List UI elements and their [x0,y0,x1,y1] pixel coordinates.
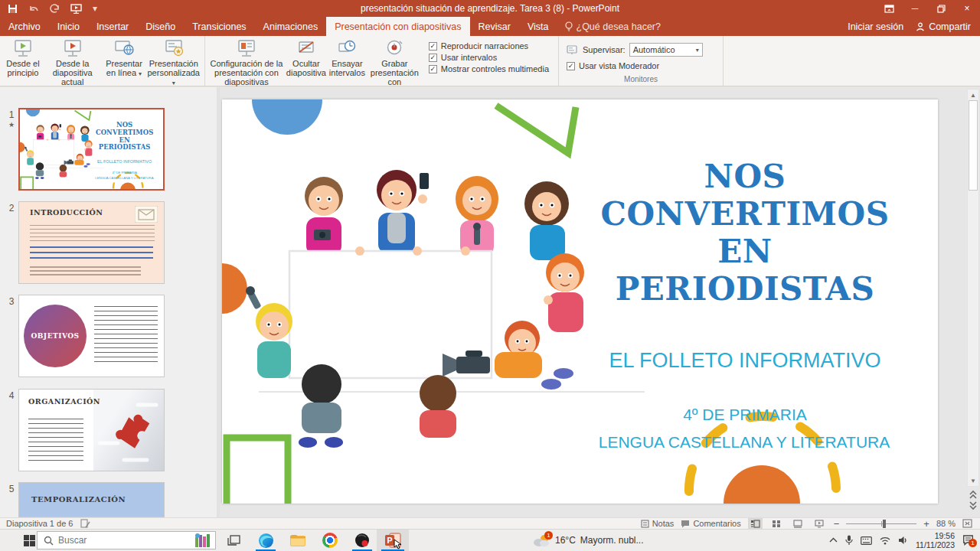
configuracion-presentacion-button[interactable]: Configuración de la presentación con dia… [210,38,283,86]
play-from-current-icon [63,38,83,58]
microphone-icon[interactable] [845,535,853,546]
tab-transiciones[interactable]: Transiciones [184,17,254,36]
status-bar: Diapositiva 1 de 6 Notas Comentarios − +… [0,517,980,529]
checkbox-checked-icon: ✓ [567,62,575,70]
save-button[interactable] [8,4,18,14]
scrollbar-thumb[interactable] [969,100,978,191]
weather-widget[interactable]: 1 16°C Mayorm. nubl... [532,530,644,551]
zoom-out-button[interactable]: − [834,518,840,530]
restore-button[interactable] [928,0,954,17]
undo-button[interactable] [28,4,39,13]
customize-qat-dropdown[interactable]: ▾ [93,3,97,14]
ocultar-diapositiva-button[interactable]: Ocultar diapositiva [286,38,326,77]
network-icon[interactable] [880,536,890,545]
start-slideshow-button[interactable] [70,4,82,14]
fit-slide-to-window-button[interactable] [962,519,972,528]
zoom-percentage[interactable]: 88 % [936,519,956,528]
scrollbar-track[interactable] [968,100,978,475]
desde-la-diapositiva-actual-button[interactable]: Desde la diapositiva actual [44,38,101,86]
vertical-scrollbar[interactable]: ▲ ▼ [967,89,979,487]
checkbox-checked-icon: ✓ [429,65,437,73]
chrome-icon[interactable] [315,530,345,551]
volume-icon[interactable] [898,536,908,545]
comments-toggle-button[interactable]: Comentarios [681,519,740,528]
close-button[interactable]: × [954,0,980,17]
play-from-start-icon [13,38,33,58]
thumbnail-slide-1[interactable]: NOS CONVERTIMOS EN PERIODISTAS EL FOLLET… [18,108,165,191]
thumbnail-slide-4[interactable]: ORGANIZACIÓN [18,389,165,471]
desde-el-principio-button[interactable]: Desde el principio [5,38,41,77]
usar-vista-moderador-checkbox[interactable]: ✓Usar vista Moderador [567,61,703,70]
monitor-select[interactable]: Automático▾ [629,43,703,57]
slide-title-text[interactable]: NOS CONVERTIMOS EN PERIODISTAS [599,158,891,308]
puzzle-photo [93,390,164,471]
ensayar-intervalos-button[interactable]: Ensayar intervalos [329,38,365,77]
tab-inicio[interactable]: Inicio [49,17,88,36]
notes-toggle-button[interactable]: Notas [641,519,675,528]
usar-intervalos-checkbox[interactable]: ✓Usar intervalos [429,53,549,62]
mini-slide-subtitle: EL FOLLETO INFORMATIVO [95,159,153,164]
next-slide-button[interactable] [969,501,978,510]
redo-button[interactable] [50,4,60,13]
minimize-button[interactable]: ─ [902,0,928,17]
dropdown-caret: ▾ [139,70,142,77]
group-label: Monitores [559,74,723,86]
reproducir-narraciones-checkbox[interactable]: ✓Reproducir narraciones [429,41,549,51]
edge-icon[interactable] [251,530,280,551]
touch-keyboard-icon[interactable] [861,536,872,545]
library-books-icon[interactable] [190,530,216,551]
checkbox-checked-icon: ✓ [429,42,437,51]
media-app-icon[interactable] [348,530,377,551]
ribbon-display-options-button[interactable] [876,0,902,17]
thumbnail-slide-3[interactable]: OBJETIVOS [18,295,165,377]
zoom-slider[interactable] [846,518,916,530]
share-button[interactable]: Compartir [916,21,971,32]
current-slide[interactable]: NOS CONVERTIMOS EN PERIODISTAS EL FOLLET… [222,99,938,504]
clock[interactable]: 19:56 11/11/2023 [916,531,955,549]
tab-insertar[interactable]: Insertar [88,17,137,36]
scroll-down-arrow[interactable]: ▼ [968,475,978,486]
slide-subtitle-text[interactable]: EL FOLLETO INFORMATIVO [599,349,891,373]
record-slideshow-icon [385,38,403,58]
thumb2-title: INTRODUCCIÓN [30,208,103,217]
presentar-en-linea-button[interactable]: Presentar en línea ▾ [103,38,144,79]
slide-canvas: NOS CONVERTIMOS EN PERIODISTAS EL FOLLET… [220,87,980,517]
reading-view-button[interactable] [791,518,805,530]
slideshow-view-button[interactable] [812,518,827,530]
slide-sorter-view-button[interactable] [769,518,784,530]
previous-slide-button[interactable] [969,490,978,499]
hidden-icons-chevron[interactable] [829,537,838,543]
slide-subject-text[interactable]: LENGUA CASTELLANA Y LITERATURA [583,433,905,452]
tab-animaciones[interactable]: Animaciones [255,17,327,36]
rehearse-timings-icon [338,38,356,58]
thumbnail-slide-2[interactable]: INTRODUCCIÓN [18,201,165,284]
taskbar-search[interactable] [37,531,216,549]
notes-pen-icon[interactable] [80,519,90,528]
tab-archivo[interactable]: Archivo [0,17,49,36]
search-input[interactable] [58,535,181,546]
group-iniciar-presentacion: Desde el principio Desde la diapositiva … [0,36,205,86]
hide-slide-icon [297,38,315,58]
tab-vista[interactable]: Vista [519,17,557,36]
thumbnail-slide-5[interactable]: TEMPORALIZACIÓN [18,482,165,517]
tray-time: 19:56 [916,531,955,540]
zoom-in-button[interactable]: + [923,518,929,530]
zoom-slider-thumb[interactable] [883,520,886,528]
powerpoint-taskbar-icon[interactable]: P [377,530,409,551]
mostrar-controles-multimedia-checkbox[interactable]: ✓Mostrar controles multimedia [429,64,549,73]
task-view-button[interactable] [220,530,247,551]
tab-presentacion-con-diapositivas[interactable]: Presentación con diapositivas [326,17,469,36]
start-button[interactable] [21,530,37,551]
tell-me-box[interactable]: ¿Qué desea hacer? [557,17,669,36]
tab-revisar[interactable]: Revisar [470,17,519,36]
scroll-up-arrow[interactable]: ▲ [968,90,978,100]
tab-diseno[interactable]: Diseño [137,17,184,36]
sign-in-button[interactable]: Iniciar sesión [848,21,903,32]
dropdown-caret: ▾ [172,80,175,86]
normal-view-button[interactable] [748,518,763,530]
supervisar-label: Supervisar: [583,45,626,54]
slide-grade-text[interactable]: 4º DE PRIMARIA [599,406,891,424]
window-controls: ─ × [876,0,980,17]
file-explorer-icon[interactable] [283,530,312,551]
presentacion-personalizada-button[interactable]: Presentación personalizada ▾ [148,38,201,88]
